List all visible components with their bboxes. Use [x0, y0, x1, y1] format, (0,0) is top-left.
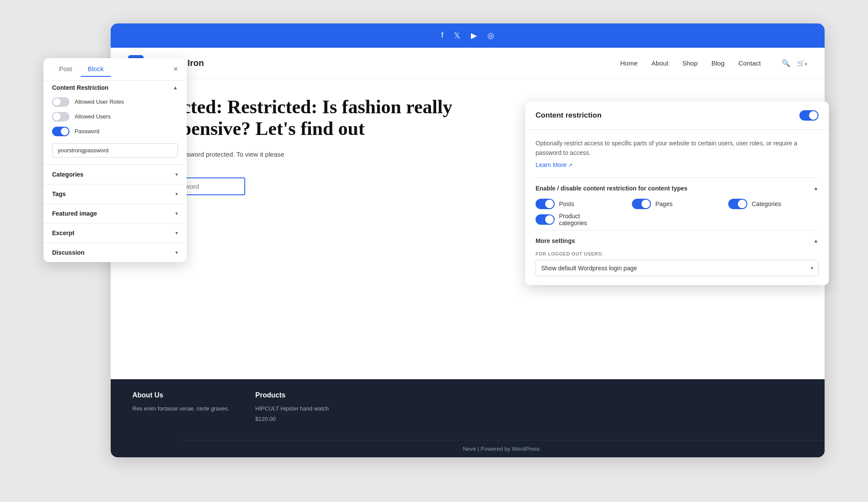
allowed-user-roles-toggle[interactable] [52, 97, 69, 107]
twitter-icon[interactable]: 𝕏 [454, 31, 460, 40]
pages-toggle-row: Pages [632, 199, 722, 209]
nav-home[interactable]: Home [620, 59, 638, 67]
sidebar-panel: Post Block × Content Restriction ▲ Allow… [43, 58, 187, 262]
restriction-panel: Content restriction Optionally restrict … [525, 102, 829, 285]
content-restriction-section: Content Restriction ▲ Allowed User Roles… [43, 81, 187, 164]
restriction-title: Content restriction [536, 111, 602, 120]
nav-shop[interactable]: Shop [682, 59, 697, 67]
categories-label: Categories [52, 171, 83, 178]
second-toggle-row: Product categories [536, 213, 683, 226]
tags-label: Tags [52, 190, 66, 197]
close-button[interactable]: × [173, 65, 178, 74]
discussion-chevron: ▾ [175, 249, 178, 256]
content-type-toggles: Posts Pages Categories [536, 199, 819, 209]
search-icon[interactable]: 🔍 [782, 59, 790, 67]
footer-about-title: About Us [132, 391, 229, 399]
categories-chevron: ▾ [175, 171, 178, 177]
discussion-section[interactable]: Discussion ▾ [43, 243, 187, 262]
cart-icon[interactable]: 🛒₀ [797, 59, 807, 66]
navbar: ⊞ Cautious Iron Home About Shop Blog Con… [111, 48, 825, 79]
password-toggle-label: Password [75, 128, 99, 135]
categories-label: Categories [752, 200, 781, 207]
product-categories-label: Product categories [559, 213, 606, 226]
password-field-input[interactable] [52, 143, 178, 157]
tab-post[interactable]: Post [52, 62, 79, 77]
excerpt-section[interactable]: Excerpt ▾ [43, 223, 187, 243]
restriction-master-toggle[interactable] [799, 110, 819, 121]
footer-about-text: Res enim fortasse verae, certe graves. [132, 404, 229, 413]
more-settings-section: More settings ▲ FOR LOGGED OUT USERS: Sh… [536, 230, 819, 276]
logged-out-select-wrapper: Show default Wordpress login page Redire… [536, 260, 819, 276]
featured-image-section[interactable]: Featured image ▾ [43, 203, 187, 223]
pages-toggle[interactable] [632, 199, 651, 209]
footer-products-title: Products [255, 391, 329, 399]
enable-section-header[interactable]: Enable / disable content restriction for… [536, 185, 819, 192]
learn-more-link[interactable]: Learn More [536, 161, 572, 168]
allowed-users-label: Allowed Users [75, 113, 111, 120]
password-row: Password [52, 127, 178, 136]
categories-toggle-row: Categories [728, 199, 819, 209]
allowed-user-roles-label: Allowed User Roles [75, 98, 124, 105]
footer-bottom: Neve | Powered by WordPress [178, 440, 825, 457]
logged-out-select[interactable]: Show default Wordpress login page Redire… [536, 260, 819, 276]
tags-section[interactable]: Tags ▾ [43, 184, 187, 203]
product-categories-toggle-row: Product categories [536, 213, 606, 226]
allowed-user-roles-row: Allowed User Roles [52, 97, 178, 107]
more-settings-title: More settings [536, 237, 575, 244]
footer-product-price: $120.00 [255, 415, 329, 424]
nav-icons: 🔍 🛒₀ [782, 59, 807, 67]
restriction-body: Optionally restrict access to specific p… [525, 130, 829, 285]
facebook-icon[interactable]: f [441, 31, 443, 40]
enable-section-chevron: ▲ [813, 185, 819, 191]
allowed-users-toggle[interactable] [52, 112, 69, 121]
restriction-description: Optionally restrict access to specific p… [536, 138, 819, 158]
footer-about-col: About Us Res enim fortasse verae, certe … [132, 391, 229, 445]
discussion-label: Discussion [52, 249, 85, 256]
nav-blog[interactable]: Blog [711, 59, 724, 67]
youtube-icon[interactable]: ▶ [471, 31, 477, 40]
more-settings-header[interactable]: More settings ▲ [536, 237, 819, 244]
content-restriction-title: Content Restriction [52, 84, 108, 91]
allowed-users-row: Allowed Users [52, 112, 178, 121]
logged-out-label: FOR LOGGED OUT USERS: [536, 251, 819, 256]
more-settings-chevron: ▲ [813, 238, 819, 244]
nav-about[interactable]: About [651, 59, 668, 67]
product-categories-toggle[interactable] [536, 214, 555, 225]
categories-section[interactable]: Categories ▾ [43, 164, 187, 184]
featured-image-label: Featured image [52, 210, 97, 217]
enable-section: Enable / disable content restriction for… [536, 177, 819, 226]
excerpt-chevron: ▾ [175, 230, 178, 236]
nav-links: Home About Shop Blog Contact 🔍 🛒₀ [620, 59, 807, 67]
powered-by: Neve | Powered by WordPress [463, 446, 539, 452]
featured-image-chevron: ▾ [175, 210, 178, 217]
restriction-header: Content restriction [525, 102, 829, 130]
enable-section-title: Enable / disable content restriction for… [536, 185, 687, 192]
password-toggle[interactable] [52, 127, 69, 136]
posts-toggle[interactable] [536, 199, 555, 209]
pages-label: Pages [655, 200, 673, 207]
social-bar: f 𝕏 ▶ ◎ [111, 23, 825, 48]
tags-chevron: ▾ [175, 191, 178, 197]
footer-products-col: Products HIPCULT Hipster hand watch $120… [255, 391, 329, 445]
tab-block[interactable]: Block [81, 62, 111, 77]
posts-toggle-row: Posts [536, 199, 626, 209]
footer-product-name: HIPCULT Hipster hand watch [255, 404, 329, 413]
categories-toggle[interactable] [728, 199, 747, 209]
posts-label: Posts [559, 200, 574, 207]
content-restriction-chevron[interactable]: ▲ [173, 85, 178, 91]
instagram-icon[interactable]: ◎ [487, 31, 494, 40]
nav-contact[interactable]: Contact [738, 59, 761, 67]
sidebar-header: Post Block × [43, 58, 187, 81]
excerpt-label: Excerpt [52, 230, 74, 236]
